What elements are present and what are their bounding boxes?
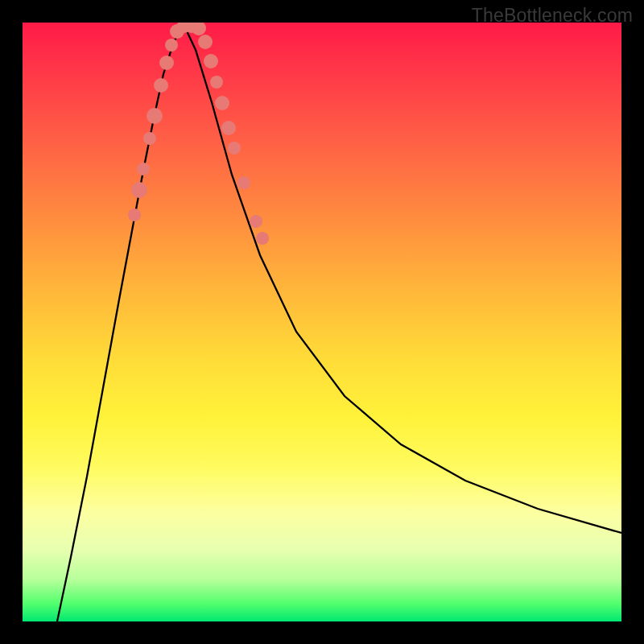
data-marker bbox=[128, 208, 141, 221]
data-marker bbox=[221, 121, 236, 135]
curve-layer bbox=[23, 23, 621, 621]
curve-right bbox=[184, 24, 621, 533]
data-marker bbox=[137, 163, 150, 175]
data-marker bbox=[210, 76, 223, 89]
data-marker bbox=[215, 96, 229, 110]
data-marker bbox=[256, 232, 269, 245]
data-marker bbox=[165, 39, 178, 52]
data-marker bbox=[143, 132, 156, 145]
data-marker bbox=[192, 23, 206, 35]
data-marker bbox=[131, 182, 147, 198]
chart-frame: TheBottleneck.com bbox=[0, 0, 644, 644]
data-marker bbox=[237, 176, 250, 189]
plot-area bbox=[23, 23, 621, 621]
data-marker bbox=[250, 215, 262, 228]
data-marker bbox=[198, 35, 213, 49]
data-marker bbox=[147, 108, 163, 124]
data-marker bbox=[159, 56, 174, 70]
data-marker bbox=[228, 142, 241, 155]
data-marker bbox=[154, 78, 168, 93]
curve-left bbox=[57, 24, 184, 621]
marker-layer bbox=[128, 23, 269, 245]
data-marker bbox=[204, 54, 218, 68]
